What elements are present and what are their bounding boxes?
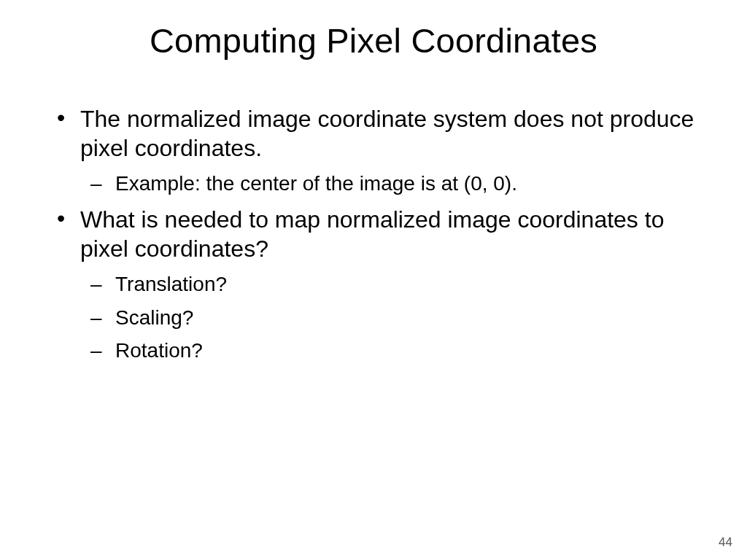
sub-bullet-list: Example: the center of the image is at (… (80, 170, 703, 198)
bullet-list: The normalized image coordinate system d… (55, 104, 703, 365)
sub-bullet-text: Translation? (115, 273, 227, 295)
sub-bullet-item: Scaling? (89, 304, 703, 332)
slide-content: The normalized image coordinate system d… (44, 104, 703, 365)
sub-bullet-text: Rotation? (115, 339, 203, 362)
slide-title: Computing Pixel Coordinates (44, 20, 703, 61)
bullet-text: What is needed to map normalized image c… (80, 206, 664, 262)
sub-bullet-list: Translation? Scaling? Rotation? (80, 271, 703, 365)
sub-bullet-text: Example: the center of the image is at (… (115, 172, 517, 195)
bullet-item: What is needed to map normalized image c… (55, 205, 703, 365)
slide: Computing Pixel Coordinates The normaliz… (0, 0, 747, 560)
sub-bullet-text: Scaling? (115, 306, 193, 329)
page-number: 44 (719, 535, 732, 550)
bullet-item: The normalized image coordinate system d… (55, 104, 703, 198)
sub-bullet-item: Rotation? (89, 337, 703, 365)
sub-bullet-item: Translation? (89, 271, 703, 298)
sub-bullet-item: Example: the center of the image is at (… (89, 170, 703, 198)
bullet-text: The normalized image coordinate system d… (80, 106, 694, 161)
